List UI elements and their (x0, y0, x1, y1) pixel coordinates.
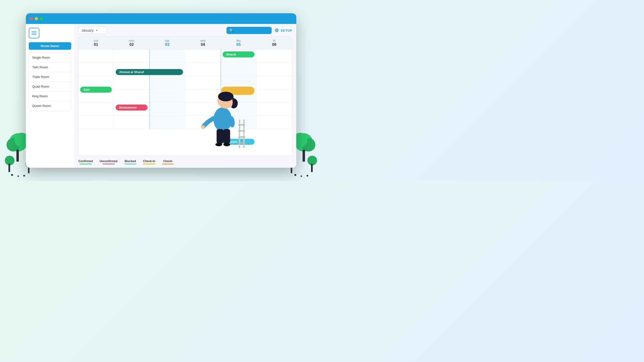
legend-checkin-line (143, 164, 155, 164)
legend-checkout-line (162, 164, 174, 164)
sidebar: Room Name Single Room Twin Room Triple R… (26, 24, 74, 168)
toolbar: January ▼ 🔍 ⚙ SETUP (78, 27, 292, 34)
booking-shazib[interactable]: Shazib (223, 51, 254, 57)
day-name-wed: Wed (186, 39, 220, 42)
booking-zain[interactable]: Zain (80, 87, 112, 93)
cal-cell-r4c3[interactable] (185, 103, 221, 116)
menu-icon (32, 34, 36, 35)
cal-cell-r5c0[interactable] (78, 116, 114, 129)
cal-cell-r2c5[interactable] (256, 76, 292, 89)
legend: Confirmed Unconfirmed Blocked Check-in C… (78, 158, 292, 165)
cal-header-mon: Mon 02 (114, 37, 150, 49)
day-num-mon: 02 (115, 42, 148, 47)
cal-cell-r5c2[interactable] (150, 116, 185, 129)
room-item-triple[interactable]: Triple Room (29, 72, 71, 82)
cal-header-tue: Tue 03 (150, 37, 185, 49)
cal-cell-r1c3[interactable] (185, 63, 221, 76)
legend-checkin: Check-in (143, 160, 156, 164)
app-window: Room Name Single Room Twin Room Triple R… (26, 13, 296, 168)
legend-blocked-label: Blocked (124, 160, 136, 163)
cal-cell-r1c4[interactable] (221, 63, 256, 76)
booking-mohammed[interactable]: Mohammed (116, 104, 148, 110)
svg-point-9 (18, 175, 19, 177)
booking-aljasim[interactable]: Aljasim (223, 139, 254, 145)
room-item-quad[interactable]: Quad Room (29, 82, 71, 91)
booking-ahmed[interactable]: Ahmed al Sharaf (116, 69, 183, 75)
cal-cell-r4c2[interactable] (150, 103, 185, 116)
cal-cell-r0c3[interactable] (185, 49, 221, 63)
title-bar (26, 13, 296, 24)
close-dot[interactable] (30, 17, 33, 20)
setup-label: SETUP (280, 29, 292, 32)
cal-cell-r3c2[interactable] (150, 89, 185, 103)
day-name-sun: sun (79, 39, 113, 42)
svg-point-10 (24, 175, 25, 177)
day-name-thu: Thu (222, 39, 256, 42)
cal-cell-r4c5[interactable] (256, 103, 292, 116)
cal-cell-r4c4[interactable] (221, 103, 256, 116)
legend-checkout: Check- (162, 160, 174, 164)
legend-blocked-line (124, 164, 136, 164)
month-arrow: ▼ (96, 29, 98, 32)
maximize-dot[interactable] (40, 17, 43, 20)
cal-cell-r2c3[interactable] (185, 76, 221, 89)
cal-header-fri: Fri 06 (256, 37, 292, 49)
svg-rect-5 (8, 164, 10, 172)
day-name-mon: Mon (115, 39, 148, 42)
svg-point-8 (11, 174, 13, 176)
cal-header-sun: sun 01 (78, 37, 114, 49)
cal-cell-r2c1[interactable] (114, 76, 150, 89)
cal-cell-r4c0[interactable] (78, 103, 114, 116)
gear-icon: ⚙ (274, 27, 279, 33)
legend-unconfirmed-label: Unconfirmed (100, 160, 118, 163)
cal-cell-r3c5[interactable] (256, 89, 292, 103)
cal-cell-r0c0[interactable] (78, 49, 114, 63)
day-name-tue: Tue (150, 39, 184, 42)
cal-cell-r5c5[interactable] (256, 116, 292, 129)
search-icon: 🔍 (230, 28, 234, 32)
cal-header-thu: Thu 05 (221, 37, 256, 49)
calendar-header: sun 01 Mon 02 Tue 03 Wed 04 (78, 37, 292, 49)
cal-cell-r0c1[interactable] (114, 49, 150, 63)
room-item-twin[interactable]: Twin Room (29, 62, 71, 72)
cal-cell-r0c5[interactable] (256, 49, 292, 63)
svg-rect-14 (302, 150, 305, 162)
minimize-dot[interactable] (35, 17, 38, 20)
search-input[interactable] (235, 29, 269, 32)
menu-icon (32, 31, 36, 32)
menu-icon (32, 33, 36, 33)
cal-cell-r0c2[interactable] (150, 49, 185, 63)
app-body: Room Name Single Room Twin Room Triple R… (26, 24, 296, 168)
legend-confirmed: Confirmed (78, 160, 93, 164)
cal-cell-r5c1[interactable] (114, 116, 150, 129)
cal-cell-r2c2[interactable] (150, 76, 185, 89)
main-content: January ▼ 🔍 ⚙ SETUP sun (74, 24, 296, 168)
legend-checkin-label: Check-in (143, 160, 156, 163)
day-num-thu: 05 (222, 42, 256, 47)
cal-cell-r1c5[interactable] (256, 63, 292, 76)
month-label: January (82, 28, 94, 32)
day-num-tue: 03 (150, 42, 184, 47)
room-item-king[interactable]: King Room (29, 91, 71, 101)
svg-rect-3 (16, 150, 19, 162)
menu-button[interactable] (29, 28, 39, 38)
setup-button[interactable]: ⚙ SETUP (274, 27, 292, 33)
month-selector[interactable]: January ▼ (78, 27, 107, 34)
booking-yellow[interactable] (221, 87, 254, 95)
cal-cell-r3c1[interactable] (114, 89, 150, 103)
day-num-sun: 01 (79, 42, 113, 47)
cal-cell-r5c3[interactable] (185, 116, 221, 129)
room-item-single[interactable]: Single Room (29, 53, 71, 62)
room-item-queen[interactable]: Queen Room (29, 101, 71, 110)
cal-cell-r3c3[interactable] (185, 89, 221, 103)
calendar-container: sun 01 Mon 02 Tue 03 Wed 04 (78, 36, 292, 156)
svg-point-19 (294, 174, 296, 176)
legend-blocked: Blocked (124, 160, 136, 164)
day-name-fri: Fri (258, 39, 291, 42)
svg-rect-16 (311, 164, 313, 172)
room-name-button[interactable]: Room Name (29, 42, 71, 50)
cal-cell-r5c4[interactable] (221, 116, 256, 129)
legend-unconfirmed: Unconfirmed (100, 160, 118, 164)
legend-unconfirmed-line (102, 164, 115, 164)
cal-cell-r1c0[interactable] (78, 63, 114, 76)
